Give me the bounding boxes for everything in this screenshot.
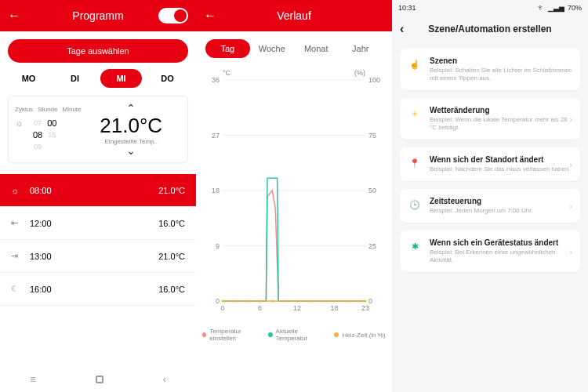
legend-item: Heiz-Zeit (in %) [334,328,385,342]
back-icon[interactable]: ‹ [400,22,404,36]
range-tabs: TagWocheMonatJahr [196,31,392,63]
svg-point-25 [259,299,261,302]
minute-picker[interactable]: 00 15 [47,118,56,153]
legend-item: Temperatur einstellen [202,328,257,342]
svg-point-23 [234,299,236,302]
chevron-down-icon[interactable]: ⌄ [82,145,182,156]
option-title: Wenn sich der Standort ändert [430,155,572,164]
sun-icon: ☀ [408,107,422,121]
automation-option[interactable]: ☝SzenenBeispiel: Schalten Sie alle Licht… [400,49,580,90]
legend-label: Aktuelle Temperatur [276,328,324,342]
row-temp: 16.0°C [158,285,185,294]
svg-point-34 [364,299,366,302]
option-title: Szenen [430,56,572,65]
legend-label: Heiz-Zeit (in %) [342,332,385,339]
option-title: Zeitsteuerung [430,197,572,205]
home-icon[interactable] [96,376,103,383]
chevron-right-icon: › [569,160,572,169]
svg-text:(%): (%) [354,69,365,77]
svg-point-30 [321,299,323,302]
day-tab-do[interactable]: DO [147,69,188,88]
legend-label: Temperatur einstellen [209,328,257,342]
temp-value: 21.0°C [82,114,182,138]
col-label: Stunde [38,106,57,113]
schedule-row[interactable]: ☼08:0021.0°C [0,174,196,207]
range-tab-woche[interactable]: Woche [250,39,295,58]
range-tab-jahr[interactable]: Jahr [339,39,383,58]
verlauf-chart: °C(%)00925185027753610006121823 [204,66,384,325]
temp-stepper[interactable]: ⌃ 21.0°C Eingestellte Temp.. ⌄ [82,103,182,156]
automation-option[interactable]: 🕒ZeitsteuerungBeispiel: Jeden Morgen um … [400,189,580,223]
svg-text:27: 27 [212,132,220,140]
moon-icon: ☾ [11,284,25,294]
recent-icon[interactable]: ≡ [30,374,35,385]
battery-label: 70% [568,4,582,12]
svg-text:6: 6 [258,304,262,312]
automation-option[interactable]: ☀WetteränderungBeispiel: Wenn die lokale… [400,98,580,140]
svg-point-29 [308,299,310,302]
pin-icon: 📍 [408,156,422,170]
automation-option[interactable]: ✱Wenn sich ein Gerätestatus ändertBeispi… [400,230,580,272]
row-time: 08:00 [25,186,158,195]
automation-option[interactable]: 📍Wenn sich der Standort ändertBeispiel: … [400,147,580,181]
col-label: Zyklus [15,106,33,113]
svg-point-22 [221,299,223,302]
programm-pane: ← Programm Tage auswählen MODIMIDO Zyklu… [0,0,196,392]
legend-item: Aktuelle Temperatur [268,328,323,342]
option-sub: Beispiel: Bei Erkennen einer ungewöhnlic… [430,249,572,264]
device-icon: ✱ [408,239,422,253]
automation-title: Szene/Automation erstellen [428,24,551,34]
svg-text:18: 18 [330,304,338,312]
option-title: Wenn sich ein Gerätestatus ändert [430,238,572,247]
verlauf-title: Verlauf [277,9,311,22]
status-bar: 10:31 ᯤ ▁▃▅ 70% [392,0,588,16]
col-label: Minute [62,106,81,113]
row-temp: 16.0°C [158,219,185,228]
row-time: 12:00 [25,219,158,228]
verlauf-pane: ← Verlauf TagWocheMonatJahr °C(%)0092518… [196,0,392,392]
svg-text:23: 23 [361,304,369,312]
back-icon[interactable]: ← [204,9,216,23]
back-icon[interactable]: ← [8,9,20,23]
schedule-list: ☼08:0021.0°C⇤12:0016.0°C⇥13:0021.0°C☾16:… [0,174,196,306]
clock-icon: 🕒 [408,198,422,212]
svg-point-32 [346,299,348,302]
row-time: 16:00 [25,285,158,294]
bulb-icon: ☼ [11,186,25,195]
return-icon: ⇥ [11,251,25,261]
day-tab-mo[interactable]: MO [8,69,49,88]
svg-text:75: 75 [368,132,376,140]
bulb-icon: ☼ [15,118,24,153]
day-tab-di[interactable]: DI [54,69,96,88]
option-title: Wetteränderung [430,106,572,114]
svg-text:25: 25 [368,242,376,250]
row-time: 13:00 [25,252,158,261]
leave-icon: ⇤ [11,218,25,228]
day-tab-mi[interactable]: MI [100,69,142,88]
svg-point-28 [296,299,298,302]
svg-point-24 [246,299,249,302]
chevron-right-icon: › [569,65,572,74]
range-tab-monat[interactable]: Monat [294,39,339,58]
legend-dot-icon [202,332,206,337]
range-tab-tag[interactable]: Tag [205,39,250,58]
programm-toggle[interactable] [158,8,188,24]
svg-text:36: 36 [212,76,220,84]
svg-text:18: 18 [212,187,220,194]
row-temp: 21.0°C [158,252,185,261]
hour-picker[interactable]: 07 08 09 [33,118,42,153]
back-nav-icon[interactable]: ‹ [163,374,166,385]
chevron-up-icon[interactable]: ⌃ [82,103,182,114]
schedule-row[interactable]: ⇤12:0016.0°C [0,207,196,240]
svg-text:9: 9 [216,242,220,250]
chevron-right-icon: › [569,201,572,211]
chevron-right-icon: › [569,247,572,256]
svg-text:100: 100 [368,76,380,84]
legend-dot-icon [334,332,339,337]
select-days-button[interactable]: Tage auswählen [8,39,188,63]
svg-text:50: 50 [368,187,376,194]
schedule-row[interactable]: ☾16:0016.0°C [0,273,196,306]
option-sub: Beispiel: Nachdem Sie das Haus verlassen… [430,165,572,173]
schedule-row[interactable]: ⇥13:0021.0°C [0,240,196,273]
programm-title: Programm [72,9,123,22]
